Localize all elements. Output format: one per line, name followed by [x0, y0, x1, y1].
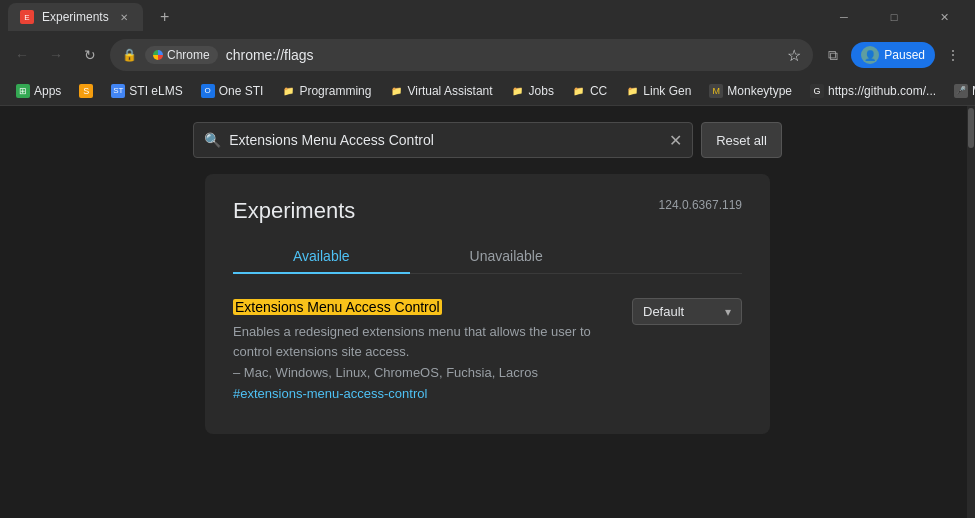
flag-control: Default ▾	[632, 298, 742, 325]
new-tab-button[interactable]: +	[151, 3, 179, 31]
flag-dropdown[interactable]: Default ▾	[632, 298, 742, 325]
reload-button[interactable]: ↻	[76, 41, 104, 69]
bookmark-jobs-label: Jobs	[529, 84, 554, 98]
address-text: chrome://flags	[226, 47, 780, 63]
dropdown-value: Default	[643, 304, 684, 319]
bookmark-virtual-assistant[interactable]: 📁 Virtual Assistant	[381, 81, 500, 101]
bookmark-sti[interactable]: ST STI eLMS	[103, 81, 190, 101]
search-area: 🔍 ✕ Reset all	[0, 106, 975, 170]
active-tab[interactable]: E Experiments ✕	[8, 3, 143, 31]
bookmark-apps-label: Apps	[34, 84, 61, 98]
bookmark-github[interactable]: G https://github.com/...	[802, 81, 944, 101]
tab-title: Experiments	[42, 10, 109, 24]
profile-label: Paused	[884, 48, 925, 62]
reload-icon: ↻	[84, 47, 96, 63]
back-icon: ←	[15, 47, 29, 63]
titlebar-left: E Experiments ✕ +	[8, 3, 179, 31]
flag-description: Enables a redesigned extensions menu tha…	[233, 322, 616, 361]
extensions-icon: ⧉	[828, 47, 838, 64]
bookmark-s[interactable]: S	[71, 81, 101, 101]
avatar: 👤	[861, 46, 879, 64]
monkeytype-icon: M	[709, 84, 723, 98]
extensions-button[interactable]: ⧉	[819, 41, 847, 69]
cc-folder-icon: 📁	[572, 84, 586, 98]
link-gen-folder-icon: 📁	[625, 84, 639, 98]
search-box: 🔍 ✕	[193, 122, 693, 158]
bookmarks-bar: ⊞ Apps S ST STI eLMS O One STI 📁 Program…	[0, 76, 975, 106]
navigation-bar: ← → ↻ 🔒 Chrome chrome://flags ☆ ⧉ 👤 Paus…	[0, 34, 975, 76]
bookmark-programming-label: Programming	[299, 84, 371, 98]
bookmark-monkeytype-label: Monkeytype	[727, 84, 792, 98]
flag-name: Extensions Menu Access Control	[233, 298, 616, 316]
reset-all-button[interactable]: Reset all	[701, 122, 782, 158]
address-bar[interactable]: 🔒 Chrome chrome://flags ☆	[110, 39, 813, 71]
search-input[interactable]	[229, 132, 661, 148]
version-badge: 124.0.6367.119	[659, 198, 742, 212]
bookmark-star-icon[interactable]: ☆	[787, 46, 801, 65]
programming-folder-icon: 📁	[281, 84, 295, 98]
flag-content: Extensions Menu Access Control Enables a…	[233, 298, 616, 402]
bookmark-one-sti-label: One STI	[219, 84, 264, 98]
profile-button[interactable]: 👤 Paused	[851, 42, 935, 68]
bookmark-cc[interactable]: 📁 CC	[564, 81, 615, 101]
search-icon: 🔍	[204, 132, 221, 148]
address-security-icon: 🔒	[122, 48, 137, 62]
minimize-button[interactable]: ─	[821, 0, 867, 34]
bookmark-one-sti[interactable]: O One STI	[193, 81, 272, 101]
tab-favicon: E	[20, 10, 34, 24]
chevron-down-icon: ▾	[725, 305, 731, 319]
sti-icon: ST	[111, 84, 125, 98]
one-sti-icon: O	[201, 84, 215, 98]
experiments-panel: Experiments 124.0.6367.119 Available Una…	[205, 174, 770, 434]
apps-icon: ⊞	[16, 84, 30, 98]
chrome-logo	[153, 50, 163, 60]
more-menu-button[interactable]: ⋮	[939, 41, 967, 69]
content-area: 🔍 ✕ Reset all Experiments 124.0.6367.119…	[0, 106, 975, 518]
bookmark-link-gen-label: Link Gen	[643, 84, 691, 98]
flag-item: Extensions Menu Access Control Enables a…	[233, 290, 742, 410]
back-button[interactable]: ←	[8, 41, 36, 69]
flag-anchor-link[interactable]: #extensions-menu-access-control	[233, 386, 427, 401]
bookmark-github-label: https://github.com/...	[828, 84, 936, 98]
title-bar: E Experiments ✕ + ─ □ ✕	[0, 0, 975, 34]
bookmark-jobs[interactable]: 📁 Jobs	[503, 81, 562, 101]
flag-row: Extensions Menu Access Control Enables a…	[233, 298, 742, 402]
search-clear-button[interactable]: ✕	[669, 131, 682, 150]
bookmark-apps[interactable]: ⊞ Apps	[8, 81, 69, 101]
nav-right-controls: ⧉ 👤 Paused ⋮	[819, 41, 967, 69]
bookmark-monkeytype[interactable]: M Monkeytype	[701, 81, 800, 101]
mic-icon: 🎤	[954, 84, 968, 98]
va-folder-icon: 📁	[389, 84, 403, 98]
scrollbar-thumb[interactable]	[968, 108, 974, 148]
page-title: Experiments	[233, 198, 355, 224]
tab-close-button[interactable]: ✕	[117, 10, 131, 24]
more-icon: ⋮	[946, 47, 960, 63]
chrome-badge-label: Chrome	[167, 48, 210, 62]
maximize-button[interactable]: □	[871, 0, 917, 34]
chrome-badge: Chrome	[145, 46, 218, 64]
bookmark-mic-test[interactable]: 🎤 Mic Test	[946, 81, 975, 101]
experiments-header: Experiments 124.0.6367.119	[233, 198, 742, 224]
tab-unavailable[interactable]: Unavailable	[410, 240, 603, 274]
flag-platforms: – Mac, Windows, Linux, ChromeOS, Fuchsia…	[233, 365, 616, 380]
forward-button[interactable]: →	[42, 41, 70, 69]
jobs-folder-icon: 📁	[511, 84, 525, 98]
s-icon: S	[79, 84, 93, 98]
github-icon: G	[810, 84, 824, 98]
forward-icon: →	[49, 47, 63, 63]
bookmark-cc-label: CC	[590, 84, 607, 98]
scrollbar[interactable]	[967, 106, 975, 518]
bookmark-link-gen[interactable]: 📁 Link Gen	[617, 81, 699, 101]
tab-available[interactable]: Available	[233, 240, 410, 274]
window-controls: ─ □ ✕	[821, 0, 967, 34]
bookmark-va-label: Virtual Assistant	[407, 84, 492, 98]
bookmark-programming[interactable]: 📁 Programming	[273, 81, 379, 101]
bookmark-sti-label: STI eLMS	[129, 84, 182, 98]
close-button[interactable]: ✕	[921, 0, 967, 34]
tabs-row: Available Unavailable	[233, 240, 742, 274]
